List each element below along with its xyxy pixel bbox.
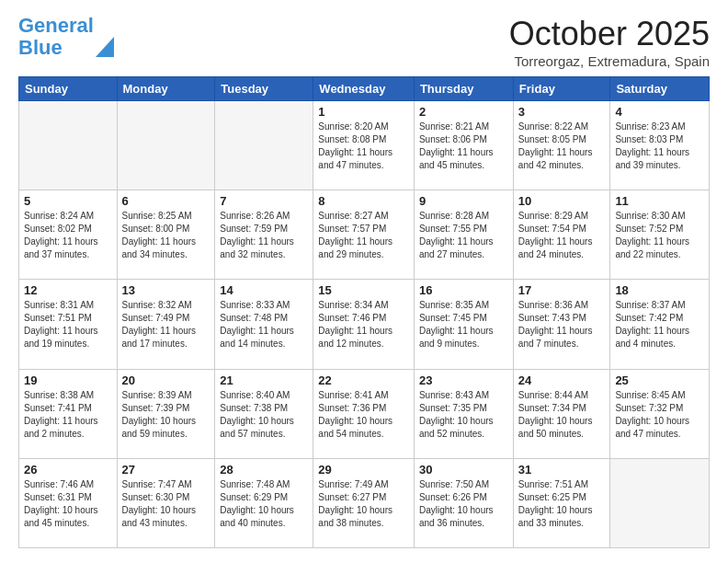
weekday-header-tuesday: Tuesday <box>215 77 313 101</box>
weekday-header-wednesday: Wednesday <box>313 77 415 101</box>
cell-text: Sunrise: 8:38 AMSunset: 7:41 PMDaylight:… <box>24 389 112 441</box>
cell-text: Sunrise: 8:29 AMSunset: 7:54 PMDaylight:… <box>518 210 606 261</box>
calendar-cell: 7Sunrise: 8:26 AMSunset: 7:59 PMDaylight… <box>215 190 313 280</box>
calendar-cell: 18Sunrise: 8:37 AMSunset: 7:42 PMDayligh… <box>610 280 710 369</box>
calendar-cell: 24Sunrise: 8:44 AMSunset: 7:34 PMDayligh… <box>513 369 610 458</box>
day-number: 1 <box>318 105 409 119</box>
cell-text: Sunrise: 8:35 AMSunset: 7:45 PMDaylight:… <box>419 299 508 350</box>
day-number: 31 <box>518 463 606 477</box>
day-number: 2 <box>419 105 508 119</box>
calendar-cell: 12Sunrise: 8:31 AMSunset: 7:51 PMDayligh… <box>19 280 118 369</box>
cell-text: Sunrise: 8:24 AMSunset: 8:02 PMDaylight:… <box>24 210 112 261</box>
day-number: 22 <box>318 373 409 387</box>
calendar-cell: 14Sunrise: 8:33 AMSunset: 7:48 PMDayligh… <box>215 280 313 369</box>
logo: General Blue <box>18 15 114 59</box>
cell-text: Sunrise: 8:22 AMSunset: 8:05 PMDaylight:… <box>518 121 606 172</box>
day-number: 23 <box>419 373 508 387</box>
day-number: 14 <box>220 283 308 297</box>
calendar-cell: 3Sunrise: 8:22 AMSunset: 8:05 PMDaylight… <box>513 101 610 190</box>
cell-text: Sunrise: 8:21 AMSunset: 8:06 PMDaylight:… <box>419 121 508 172</box>
calendar-cell: 2Sunrise: 8:21 AMSunset: 8:06 PMDaylight… <box>414 101 513 190</box>
calendar-cell: 5Sunrise: 8:24 AMSunset: 8:02 PMDaylight… <box>19 190 118 280</box>
calendar-cell: 27Sunrise: 7:47 AMSunset: 6:30 PMDayligh… <box>117 458 215 547</box>
cell-text: Sunrise: 8:43 AMSunset: 7:35 PMDaylight:… <box>419 389 508 441</box>
calendar-cell: 10Sunrise: 8:29 AMSunset: 7:54 PMDayligh… <box>513 190 610 280</box>
day-number: 17 <box>518 283 606 297</box>
day-number: 26 <box>24 463 112 477</box>
cell-text: Sunrise: 8:30 AMSunset: 7:52 PMDaylight:… <box>615 210 704 261</box>
day-number: 8 <box>318 194 409 208</box>
day-number: 18 <box>615 283 704 297</box>
calendar-cell: 22Sunrise: 8:41 AMSunset: 7:36 PMDayligh… <box>313 369 415 458</box>
calendar-cell: 26Sunrise: 7:46 AMSunset: 6:31 PMDayligh… <box>19 458 118 547</box>
month-title: October 2025 <box>509 15 710 53</box>
calendar-cell: 11Sunrise: 8:30 AMSunset: 7:52 PMDayligh… <box>610 190 710 280</box>
day-number: 10 <box>518 194 606 208</box>
cell-text: Sunrise: 8:34 AMSunset: 7:46 PMDaylight:… <box>318 299 409 350</box>
logo-text: General Blue <box>18 15 94 59</box>
day-number: 25 <box>615 373 704 387</box>
day-number: 7 <box>220 194 308 208</box>
calendar-cell: 28Sunrise: 7:48 AMSunset: 6:29 PMDayligh… <box>215 458 313 547</box>
calendar-cell: 15Sunrise: 8:34 AMSunset: 7:46 PMDayligh… <box>313 280 415 369</box>
svg-marker-0 <box>96 37 114 57</box>
day-number: 27 <box>122 463 210 477</box>
day-number: 30 <box>419 463 508 477</box>
calendar-cell: 16Sunrise: 8:35 AMSunset: 7:45 PMDayligh… <box>414 280 513 369</box>
cell-text: Sunrise: 8:39 AMSunset: 7:39 PMDaylight:… <box>122 389 210 441</box>
page: General Blue October 2025 Torreorgaz, Ex… <box>0 0 728 563</box>
cell-text: Sunrise: 8:28 AMSunset: 7:55 PMDaylight:… <box>419 210 508 261</box>
weekday-header-row: SundayMondayTuesdayWednesdayThursdayFrid… <box>19 77 710 101</box>
day-number: 6 <box>122 194 210 208</box>
calendar-cell <box>610 458 710 547</box>
cell-text: Sunrise: 7:51 AMSunset: 6:25 PMDaylight:… <box>518 478 606 530</box>
cell-text: Sunrise: 8:37 AMSunset: 7:42 PMDaylight:… <box>615 299 704 350</box>
cell-text: Sunrise: 8:45 AMSunset: 7:32 PMDaylight:… <box>615 389 704 441</box>
calendar-table: SundayMondayTuesdayWednesdayThursdayFrid… <box>18 76 710 548</box>
cell-text: Sunrise: 8:25 AMSunset: 8:00 PMDaylight:… <box>122 210 210 261</box>
day-number: 9 <box>419 194 508 208</box>
day-number: 3 <box>518 105 606 119</box>
week-row-2: 5Sunrise: 8:24 AMSunset: 8:02 PMDaylight… <box>19 190 710 280</box>
calendar-cell: 25Sunrise: 8:45 AMSunset: 7:32 PMDayligh… <box>610 369 710 458</box>
day-number: 24 <box>518 373 606 387</box>
day-number: 21 <box>220 373 308 387</box>
logo-arrow-icon <box>96 37 114 57</box>
cell-text: Sunrise: 8:33 AMSunset: 7:48 PMDaylight:… <box>220 299 308 350</box>
calendar-cell: 6Sunrise: 8:25 AMSunset: 8:00 PMDaylight… <box>117 190 215 280</box>
day-number: 16 <box>419 283 508 297</box>
calendar-cell: 29Sunrise: 7:49 AMSunset: 6:27 PMDayligh… <box>313 458 415 547</box>
day-number: 20 <box>122 373 210 387</box>
day-number: 4 <box>615 105 704 119</box>
calendar-cell <box>215 101 313 190</box>
calendar-cell: 13Sunrise: 8:32 AMSunset: 7:49 PMDayligh… <box>117 280 215 369</box>
weekday-header-friday: Friday <box>513 77 610 101</box>
logo-general: General <box>18 14 94 37</box>
weekday-header-sunday: Sunday <box>19 77 118 101</box>
cell-text: Sunrise: 8:31 AMSunset: 7:51 PMDaylight:… <box>24 299 112 350</box>
cell-text: Sunrise: 8:44 AMSunset: 7:34 PMDaylight:… <box>518 389 606 441</box>
calendar-cell <box>19 101 118 190</box>
title-area: October 2025 Torreorgaz, Extremadura, Sp… <box>509 15 710 69</box>
location: Torreorgaz, Extremadura, Spain <box>509 53 710 69</box>
cell-text: Sunrise: 8:20 AMSunset: 8:08 PMDaylight:… <box>318 121 409 172</box>
calendar-cell: 4Sunrise: 8:23 AMSunset: 8:03 PMDaylight… <box>610 101 710 190</box>
cell-text: Sunrise: 8:23 AMSunset: 8:03 PMDaylight:… <box>615 121 704 172</box>
calendar-cell <box>117 101 215 190</box>
calendar-cell: 19Sunrise: 8:38 AMSunset: 7:41 PMDayligh… <box>19 369 118 458</box>
day-number: 29 <box>318 463 409 477</box>
day-number: 12 <box>24 283 112 297</box>
week-row-3: 12Sunrise: 8:31 AMSunset: 7:51 PMDayligh… <box>19 280 710 369</box>
cell-text: Sunrise: 8:41 AMSunset: 7:36 PMDaylight:… <box>318 389 409 441</box>
day-number: 11 <box>615 194 704 208</box>
cell-text: Sunrise: 7:48 AMSunset: 6:29 PMDaylight:… <box>220 478 308 530</box>
cell-text: Sunrise: 7:50 AMSunset: 6:26 PMDaylight:… <box>419 478 508 530</box>
cell-text: Sunrise: 8:36 AMSunset: 7:43 PMDaylight:… <box>518 299 606 350</box>
calendar-cell: 30Sunrise: 7:50 AMSunset: 6:26 PMDayligh… <box>414 458 513 547</box>
day-number: 5 <box>24 194 112 208</box>
cell-text: Sunrise: 7:46 AMSunset: 6:31 PMDaylight:… <box>24 478 112 530</box>
day-number: 28 <box>220 463 308 477</box>
cell-text: Sunrise: 8:32 AMSunset: 7:49 PMDaylight:… <box>122 299 210 350</box>
cell-text: Sunrise: 7:49 AMSunset: 6:27 PMDaylight:… <box>318 478 409 530</box>
calendar-cell: 31Sunrise: 7:51 AMSunset: 6:25 PMDayligh… <box>513 458 610 547</box>
